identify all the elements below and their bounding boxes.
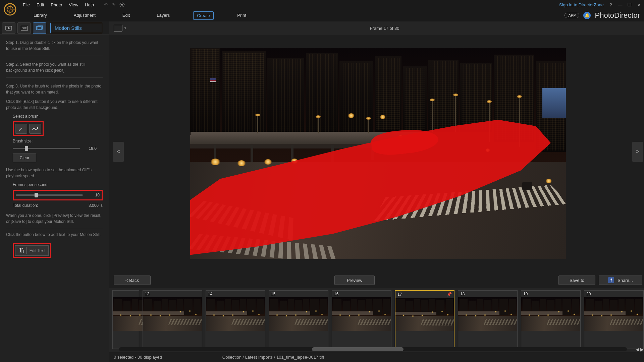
next-frame-button[interactable]: > <box>632 142 643 162</box>
panel-tab-motion[interactable] <box>33 22 46 34</box>
thumb-scrollbar[interactable] <box>119 347 627 351</box>
prev-frame-button[interactable]: < <box>113 142 124 162</box>
menu-file[interactable]: File <box>23 2 30 7</box>
thumb-number: 18 <box>460 292 465 296</box>
main-area: ▼ Frame 17 of 30 < > <box>109 21 644 362</box>
text-icon: T| <box>19 247 27 254</box>
clear-button[interactable]: Clear <box>13 154 36 162</box>
thumb-13[interactable]: 13 <box>143 290 202 349</box>
tab-library[interactable]: Library <box>30 11 50 20</box>
done-help-text: When you are done, click [Preview] to vi… <box>6 213 103 225</box>
share-label: Share... <box>618 278 633 283</box>
close-icon[interactable]: ✕ <box>637 2 641 7</box>
thumb-number: 13 <box>145 292 149 296</box>
menu-edit[interactable]: Edit <box>37 2 44 7</box>
main-tab-bar: Library Adjustment Edit Layers Create Pr… <box>0 9 644 21</box>
thumb-number: 17 <box>397 292 402 297</box>
gif-help-text: Use the below options to set the animate… <box>6 167 103 179</box>
thumb-number: 15 <box>271 292 275 296</box>
app-name: PhotoDirector <box>595 11 640 20</box>
redo-icon[interactable]: ↷ <box>112 2 115 7</box>
save-to-button[interactable]: Save to <box>558 276 595 285</box>
app-logo-icon <box>3 3 17 16</box>
thumb-number: 19 <box>523 292 528 296</box>
thumb-20[interactable]: 20 <box>584 290 644 349</box>
thumb-16[interactable]: 16 <box>332 290 391 349</box>
fps-value: 10 <box>86 193 100 197</box>
step3b-text: Click the [Back] button if you want to u… <box>6 99 103 111</box>
panel-title: Motion Stills <box>50 23 102 33</box>
preview-button[interactable]: Preview <box>334 276 375 285</box>
app-store-button[interactable]: APP <box>565 13 579 18</box>
signin-link[interactable]: Sign in to DirectorZone <box>559 2 604 7</box>
action-button-row: < Back Preview Save to f Share... <box>109 272 644 288</box>
panel-tab-video[interactable] <box>2 22 15 34</box>
select-brush-label: Select a brush: <box>13 114 103 119</box>
step1-text: Step 1. Drag or double click on the phot… <box>6 40 103 56</box>
tab-layers[interactable]: Layers <box>153 11 173 20</box>
brush-size-value: 19.0 <box>83 146 97 151</box>
menu-view[interactable]: View <box>69 2 78 7</box>
brush-size-slider[interactable] <box>13 148 80 149</box>
menu-photo[interactable]: Photo <box>51 2 62 7</box>
preview-image[interactable] <box>190 48 566 259</box>
settings-gear-icon[interactable] <box>119 2 125 7</box>
thumb-number: 20 <box>586 292 591 296</box>
fps-highlight: 10 <box>13 190 103 200</box>
duration-unit: s <box>101 203 103 208</box>
edit-text-button[interactable]: T| Edit Text <box>15 245 49 256</box>
thumb-14[interactable]: 14 <box>206 290 265 349</box>
display-mode-button[interactable]: ▼ <box>114 25 127 32</box>
maximize-icon[interactable]: ❐ <box>627 2 632 7</box>
undo-icon[interactable]: ↶ <box>104 2 108 7</box>
tab-print[interactable]: Print <box>234 11 250 20</box>
duration-value: 3.000 <box>89 203 99 208</box>
frame-counter: Frame 17 of 30 <box>370 26 399 31</box>
monitor-icon <box>114 25 122 32</box>
thumb-number: 14 <box>208 292 212 296</box>
pin-icon: 📌 <box>447 292 452 297</box>
facebook-icon: f <box>608 277 614 283</box>
menu-bar: File Edit Photo View Help ↶ ↷ Sign in to… <box>0 0 644 9</box>
text-help-text: Click the button below to add text to yo… <box>6 232 103 238</box>
thumb-number: 16 <box>334 292 338 296</box>
brush-selector-highlight <box>13 121 44 136</box>
brush-erase-button[interactable] <box>29 124 41 134</box>
status-path: Collection / Latest Imports / 101_time_l… <box>222 355 324 360</box>
edit-text-highlight: T| Edit Text <box>13 243 51 258</box>
edit-text-label: Edit Text <box>30 248 45 253</box>
tab-adjustment[interactable]: Adjustment <box>70 11 99 20</box>
fps-label: Frames per second: <box>13 182 103 187</box>
minimize-icon[interactable]: — <box>618 2 623 7</box>
thumb-19[interactable]: 19 <box>521 290 581 349</box>
back-button[interactable]: < Back <box>114 276 151 285</box>
brush-size-label: Brush size: <box>13 139 103 143</box>
notification-icon[interactable]: 🔔 <box>583 12 591 19</box>
duration-label: Total duration: <box>13 203 38 208</box>
tab-create[interactable]: Create <box>193 11 214 20</box>
status-bar: 0 selected - 30 displayed Collection / L… <box>109 352 644 362</box>
thumb-nav-next[interactable]: ▶ <box>640 347 644 352</box>
thumb-15[interactable]: 15 <box>269 290 328 349</box>
fps-slider[interactable] <box>16 194 83 196</box>
thumb-nav-prev[interactable]: ◀ <box>636 347 639 352</box>
chevron-down-icon: ▼ <box>124 26 127 30</box>
thumb-partial-prev[interactable] <box>112 290 139 349</box>
menu-help[interactable]: Help <box>85 2 94 7</box>
thumb-17[interactable]: 17📌 <box>395 290 454 349</box>
step3-text: Step 3. Use the brush to select the pixe… <box>6 83 103 95</box>
step2-text: Step 2. Select the photo you want as the… <box>6 61 103 78</box>
left-panel: GIF Motion Stills Step 1. Drag or double… <box>0 21 109 362</box>
share-button[interactable]: f Share... <box>599 276 642 285</box>
status-selection: 0 selected - 30 displayed <box>114 355 162 360</box>
panel-tab-gif[interactable]: GIF <box>17 22 31 34</box>
help-icon[interactable]: ? <box>608 2 613 7</box>
brush-paint-button[interactable] <box>15 124 27 134</box>
svg-point-0 <box>121 4 123 5</box>
thumb-18[interactable]: 18 <box>458 290 518 349</box>
thumbnail-strip: 1314151617📌181920 ◀ ▶ <box>109 288 644 352</box>
tab-edit[interactable]: Edit <box>119 11 133 20</box>
